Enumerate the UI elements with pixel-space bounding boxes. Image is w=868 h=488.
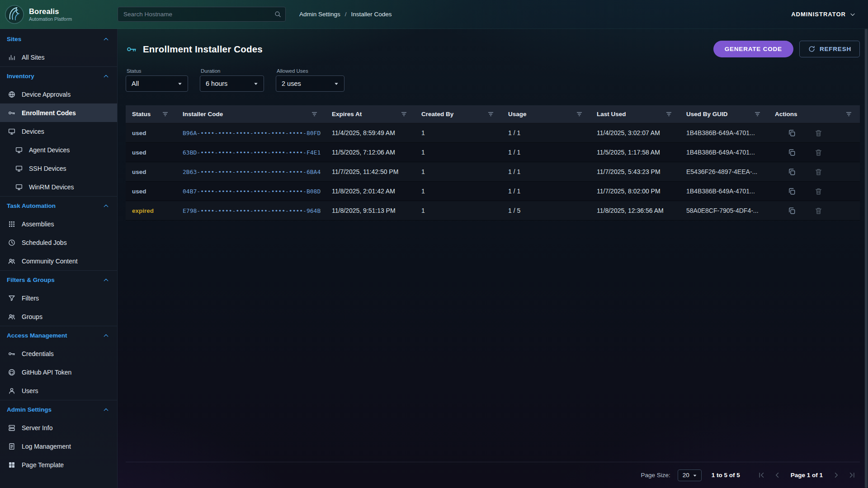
delete-code-button[interactable] <box>814 206 823 215</box>
sidebar-section-header-admin-settings[interactable]: Admin Settings <box>0 400 117 418</box>
github-icon <box>8 368 16 376</box>
copy-code-button[interactable] <box>788 148 796 157</box>
sidebar-section-header-access-management[interactable]: Access Management <box>0 326 117 344</box>
sidebar-section-header-sites[interactable]: Sites <box>0 30 117 48</box>
first-page-button[interactable] <box>757 471 766 479</box>
sidebar-section-header-inventory[interactable]: Inventory <box>0 67 117 85</box>
sidebar-item-winrm-devices[interactable]: WinRM Devices <box>0 178 117 196</box>
filter-duration: Duration 6 hours <box>200 68 264 92</box>
delete-code-button[interactable] <box>814 129 823 137</box>
sidebar-item-filters[interactable]: Filters <box>0 289 117 307</box>
page-indicator: Page 1 of 1 <box>791 472 823 479</box>
breadcrumb-separator: / <box>345 11 347 18</box>
brand-text: Borealis Automation Platform <box>29 7 72 22</box>
filter-select-allowed-uses[interactable]: 2 uses <box>276 75 344 92</box>
sidebar-item-scheduled-jobs[interactable]: Scheduled Jobs <box>0 233 117 252</box>
breadcrumb-item-admin-settings[interactable]: Admin Settings <box>299 11 340 18</box>
sidebar-item-assemblies[interactable]: Assemblies <box>0 215 117 233</box>
sidebar-item-label: Page Template <box>22 461 64 469</box>
actions-cell <box>769 129 860 137</box>
chevron-down-icon <box>849 11 856 18</box>
filter-label: Status <box>127 68 188 74</box>
delete-code-button[interactable] <box>814 187 823 196</box>
sidebar-item-users[interactable]: Users <box>0 381 117 400</box>
sidebar-item-ssh-devices[interactable]: SSH Devices <box>0 159 117 178</box>
sidebar-item-groups[interactable]: Groups <box>0 307 117 326</box>
scrollbar[interactable] <box>864 29 868 488</box>
last-page-button[interactable] <box>848 471 856 479</box>
head-actions: GENERATE CODE REFRESH <box>713 41 860 57</box>
sidebar-item-credentials[interactable]: Credentials <box>0 344 117 363</box>
actions-cell <box>769 187 860 196</box>
sidebar-item-agent-devices[interactable]: Agent Devices <box>0 141 117 159</box>
prev-page-button[interactable] <box>773 471 782 479</box>
filter-list-icon[interactable] <box>311 110 318 118</box>
usage-cell: 1 / 1 <box>502 149 590 156</box>
scrollbar-thumb[interactable] <box>865 29 868 488</box>
next-page-button[interactable] <box>832 471 840 479</box>
sidebar-item-server-info[interactable]: Server Info <box>0 418 117 437</box>
generate-code-button[interactable]: GENERATE CODE <box>713 41 793 57</box>
used-by-guid-cell: 1B4B386B-649A-4701... <box>680 149 769 156</box>
sidebar-item-log-management[interactable]: Log Management <box>0 437 117 455</box>
funnel-icon <box>8 294 16 302</box>
page-head: Enrollment Installer Codes GENERATE CODE… <box>126 41 860 57</box>
copy-code-button[interactable] <box>788 129 796 137</box>
user-menu[interactable]: ADMINISTRATOR <box>791 11 856 18</box>
sidebar-item-enrollment-codes[interactable]: Enrollment Codes <box>0 103 117 122</box>
filter-select-duration[interactable]: 6 hours <box>200 75 264 92</box>
sidebar-item-label: All Sites <box>22 54 45 61</box>
delete-code-button[interactable] <box>814 148 823 157</box>
sidebar-item-github-api-token[interactable]: GitHub API Token <box>0 363 117 381</box>
last-used-cell: 11/7/2025, 5:43:23 PM <box>590 168 680 175</box>
sidebar-item-community-content[interactable]: Community Content <box>0 252 117 270</box>
column-header-actions: Actions <box>769 105 860 123</box>
copy-code-button[interactable] <box>788 187 796 196</box>
refresh-button[interactable]: REFRESH <box>799 41 860 57</box>
filter-value: 6 hours <box>206 80 227 87</box>
filter-value: 2 uses <box>282 80 301 87</box>
people-icon <box>8 257 16 265</box>
sidebar-item-page-template[interactable]: Page Template <box>0 455 117 474</box>
copy-code-button[interactable] <box>788 206 796 215</box>
last-used-cell: 11/7/2025, 8:02:00 PM <box>590 188 680 195</box>
sidebar-section-header-filters-groups[interactable]: Filters & Groups <box>0 271 117 289</box>
filter-list-icon[interactable] <box>665 110 673 118</box>
section-label: Inventory <box>7 73 34 80</box>
filter-list-icon[interactable] <box>754 110 761 118</box>
sidebar-item-label: Scheduled Jobs <box>22 239 67 246</box>
sidebar-nav: Sites All SitesInventory Device Approval… <box>0 30 117 474</box>
page-size-select[interactable]: 20 <box>678 469 702 481</box>
sidebar-item-devices[interactable]: Devices <box>0 122 117 141</box>
search-input[interactable] <box>118 7 286 22</box>
brand[interactable]: Borealis Automation Platform <box>0 5 109 24</box>
usage-cell: 1 / 5 <box>502 207 590 214</box>
sidebar-item-label: Users <box>22 387 38 394</box>
range-text: 1 to 5 of 5 <box>712 472 740 479</box>
filter-allowed-uses: Allowed Uses 2 uses <box>276 68 344 92</box>
sidebar-item-all-sites[interactable]: All Sites <box>0 48 117 66</box>
page-title: Enrollment Installer Codes <box>143 44 263 55</box>
app-root: Borealis Automation Platform Admin Setti… <box>0 0 868 488</box>
filter-select-status[interactable]: All <box>126 75 188 92</box>
sidebar-section-header-task-automation[interactable]: Task Automation <box>0 197 117 215</box>
search-icon[interactable] <box>274 10 282 18</box>
column-header-created-by: Created By <box>415 105 502 123</box>
column-header-used-by-guid: Used By GUID <box>680 105 769 123</box>
delete-code-button[interactable] <box>814 168 823 176</box>
filter-list-icon[interactable] <box>161 110 169 118</box>
sidebar-item-device-approvals[interactable]: Device Approvals <box>0 85 117 103</box>
usage-cell: 1 / 1 <box>502 168 590 175</box>
grid-icon <box>8 220 16 228</box>
table-row: used B96A-••••-••••-••••-••••-••••-••••-… <box>126 123 860 143</box>
caret-down-icon <box>252 80 260 88</box>
filter-list-icon[interactable] <box>845 110 853 118</box>
filter-list-icon[interactable] <box>487 110 495 118</box>
filter-list-icon[interactable] <box>576 110 583 118</box>
filter-list-icon[interactable] <box>400 110 408 118</box>
column-header-usage: Usage <box>502 105 590 123</box>
key-icon <box>8 109 16 117</box>
copy-code-button[interactable] <box>788 168 796 176</box>
bar-chart-icon <box>8 53 16 61</box>
breadcrumb-item-installer-codes[interactable]: Installer Codes <box>351 11 392 18</box>
